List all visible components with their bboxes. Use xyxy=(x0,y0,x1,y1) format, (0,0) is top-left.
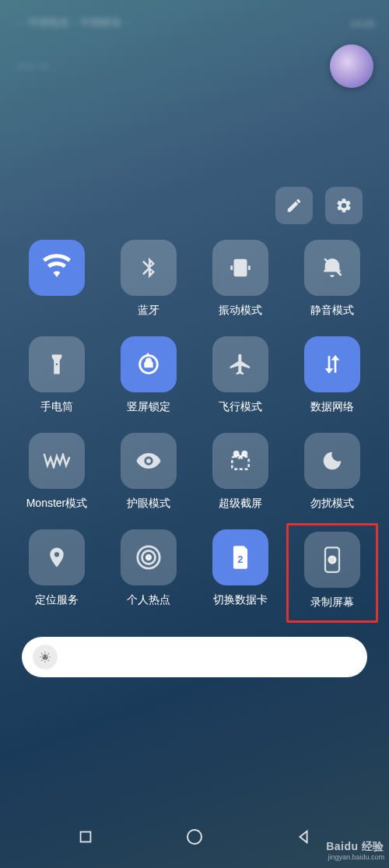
top-controls xyxy=(0,187,389,240)
toggle-vibrate[interactable]: 振动模式 xyxy=(199,240,282,318)
toggle-bluetooth[interactable]: 蓝牙 xyxy=(107,240,190,318)
toggle-mute[interactable]: 静音模式 xyxy=(291,240,373,318)
toggle-dnd[interactable]: 勿扰模式 xyxy=(291,433,373,511)
time-text: 14:05 xyxy=(349,18,375,30)
vibrate-button[interactable] xyxy=(212,240,268,296)
bluetooth-label: 蓝牙 xyxy=(138,304,159,318)
mute-button[interactable] xyxy=(304,240,360,296)
auto-brightness-icon[interactable]: A xyxy=(33,645,58,669)
toggle-flashlight[interactable]: 手电筒 xyxy=(16,336,98,414)
dnd-button[interactable] xyxy=(304,433,360,489)
watermark-sub: jingyan.baidu.com xyxy=(326,853,384,862)
svg-rect-1 xyxy=(232,457,248,469)
vibrate-label: 振动模式 xyxy=(219,304,262,318)
dnd-label: 勿扰模式 xyxy=(310,497,354,511)
carrier-text: ···· 中国电信 ·· 中国移动 ··· xyxy=(14,16,131,30)
vibrate-icon xyxy=(227,255,254,281)
bluetooth-button[interactable] xyxy=(121,240,177,296)
wifi-icon xyxy=(43,254,71,282)
hotspot-icon xyxy=(135,544,162,571)
watermark-main: Baidu 经验 xyxy=(326,840,384,853)
toggle-data[interactable]: 数据网络 xyxy=(291,336,373,414)
sim-card-icon: 2 xyxy=(230,544,251,571)
record-label: 录制屏幕 xyxy=(310,596,354,610)
circle-icon xyxy=(185,828,204,846)
data-label: 数据网络 xyxy=(310,400,354,414)
header-title: ···· ·· xyxy=(16,56,49,76)
location-button[interactable] xyxy=(29,529,85,585)
record-button[interactable] xyxy=(304,532,360,588)
toggle-screenshot[interactable]: 超级截屏 xyxy=(199,433,282,511)
airplane-label: 飞行模式 xyxy=(219,400,262,414)
screenshot-button[interactable] xyxy=(212,433,268,489)
header-row: ···· ·· xyxy=(0,31,389,101)
toggle-hotspot[interactable]: 个人热点 xyxy=(107,529,190,612)
assistant-badge[interactable] xyxy=(330,44,373,88)
quick-settings-grid: 蓝牙 振动模式 静音模式 手电筒 竖屏锁定 飞行模式 数据 xyxy=(0,240,389,612)
mute-label: 静音模式 xyxy=(310,304,354,318)
eyecare-button[interactable] xyxy=(121,433,177,489)
nav-recent[interactable] xyxy=(77,828,94,845)
svg-text:A: A xyxy=(44,655,47,659)
toggle-monster[interactable]: Monster模式 xyxy=(16,433,98,511)
flashlight-button[interactable] xyxy=(29,336,85,392)
wifi-button[interactable] xyxy=(29,240,85,296)
svg-text:2: 2 xyxy=(238,554,244,565)
airplane-button[interactable] xyxy=(212,336,268,392)
toggle-location[interactable]: 定位服务 xyxy=(16,529,98,612)
edit-button[interactable] xyxy=(275,187,313,224)
simswap-button[interactable]: 2 xyxy=(212,529,268,585)
status-bar: ···· 中国电信 ·· 中国移动 ··· 14:05 xyxy=(0,0,389,31)
scissors-icon xyxy=(228,448,253,473)
orientation-label: 竖屏锁定 xyxy=(127,400,170,414)
monster-label: Monster模式 xyxy=(26,497,88,511)
monster-icon xyxy=(43,453,71,469)
toggle-record-highlighted[interactable]: 录制屏幕 xyxy=(286,523,378,623)
screenshot-label: 超级截屏 xyxy=(219,497,262,511)
monster-button[interactable] xyxy=(29,433,85,489)
mute-icon xyxy=(320,255,345,280)
svg-point-13 xyxy=(187,830,202,844)
nav-home[interactable] xyxy=(185,828,204,846)
eye-icon xyxy=(135,448,162,474)
orientation-button[interactable] xyxy=(121,336,177,392)
toggle-orientation[interactable]: 竖屏锁定 xyxy=(107,336,190,414)
bluetooth-icon xyxy=(136,255,161,280)
triangle-left-icon xyxy=(295,828,312,845)
hotspot-label: 个人热点 xyxy=(127,593,170,607)
flashlight-icon xyxy=(45,353,68,376)
square-icon xyxy=(77,828,94,845)
airplane-icon xyxy=(228,352,253,377)
data-sync-icon xyxy=(320,352,345,377)
location-pin-icon xyxy=(45,546,68,569)
svg-point-9 xyxy=(329,557,336,564)
moon-crescent-icon xyxy=(321,449,344,473)
watermark: Baidu 经验 jingyan.baidu.com xyxy=(326,840,384,862)
gear-icon xyxy=(335,197,352,214)
data-button[interactable] xyxy=(304,336,360,392)
toggle-airplane[interactable]: 飞行模式 xyxy=(199,336,282,414)
svg-point-4 xyxy=(146,555,151,560)
record-screen-icon xyxy=(321,546,343,574)
location-label: 定位服务 xyxy=(35,593,79,607)
flashlight-label: 手电筒 xyxy=(40,400,73,414)
brightness-slider[interactable]: A xyxy=(22,637,367,677)
simswap-label: 切换数据卡 xyxy=(213,593,268,607)
toggle-eyecare[interactable]: 护眼模式 xyxy=(107,433,190,511)
pencil-icon xyxy=(286,197,303,214)
eyecare-label: 护眼模式 xyxy=(127,497,170,511)
toggle-wifi[interactable] xyxy=(16,240,98,318)
toggle-simswap[interactable]: 2 切换数据卡 xyxy=(199,529,282,612)
rotation-lock-icon xyxy=(135,351,162,378)
settings-button[interactable] xyxy=(325,187,363,224)
hotspot-button[interactable] xyxy=(121,529,177,585)
nav-back[interactable] xyxy=(295,828,312,845)
svg-rect-12 xyxy=(80,832,90,842)
